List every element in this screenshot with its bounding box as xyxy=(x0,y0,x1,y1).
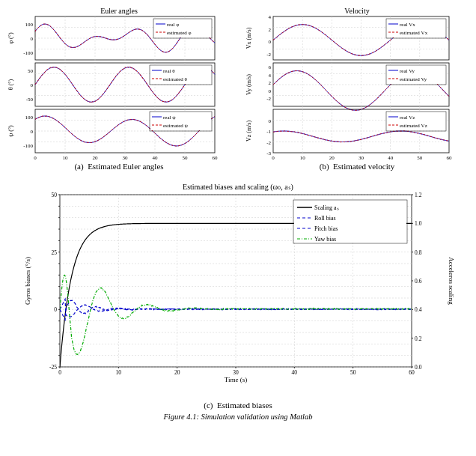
euler-label: (a) Estimated Euler angles xyxy=(74,162,163,171)
euler-angles-subfig: (a) Estimated Euler angles xyxy=(3,6,238,178)
figure-caption: Figure 4.1: Simulation validation using … xyxy=(3,413,473,421)
bias-label: (c) Estimated biases xyxy=(204,401,272,410)
velocity-chart xyxy=(245,6,469,159)
bottom-row: (c) Estimated biases Figure 4.1: Simulat… xyxy=(3,181,473,453)
velocity-subfig: (b) Estimated velocity xyxy=(238,6,473,178)
biases-subfig: (c) Estimated biases xyxy=(3,181,473,410)
top-row: (a) Estimated Euler angles (b) Estimated… xyxy=(3,6,473,178)
euler-chart xyxy=(7,6,231,159)
bias-chart xyxy=(21,181,455,398)
figure-container: (a) Estimated Euler angles (b) Estimated… xyxy=(0,0,476,456)
velocity-label: (b) Estimated velocity xyxy=(320,162,395,171)
